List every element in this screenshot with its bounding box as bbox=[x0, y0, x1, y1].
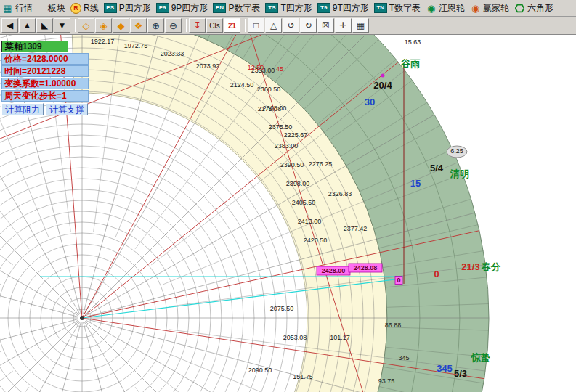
price-field[interactable]: 价格=2428.0000 bbox=[1, 53, 89, 65]
wheel-label: 2326.83 bbox=[328, 190, 352, 197]
main-toolbar: ▦行情板块RR线PSP四方形P99P四方形PNP数字表TST四方形T99T四方形… bbox=[0, 0, 576, 17]
sectors-icon bbox=[38, 4, 46, 12]
wheel-spoke bbox=[0, 320, 78, 392]
t-number-table-label: T数字表 bbox=[389, 2, 421, 15]
quotes-label: 行情 bbox=[15, 2, 33, 15]
p-square-icon: PS bbox=[104, 3, 117, 13]
wheel-label: 春分 bbox=[481, 261, 501, 272]
app-window: ▦行情板块RR线PSP四方形P99P四方形PNP数字表TST四方形T99T四方形… bbox=[0, 0, 576, 392]
price-tag-label: 2428.00 bbox=[322, 267, 346, 274]
toolbar-separator bbox=[184, 19, 187, 32]
wheel-label: 2390.50 bbox=[280, 161, 304, 168]
square-tool-button[interactable]: □ bbox=[248, 18, 264, 33]
zoom-in-button[interactable]: ⊕ bbox=[147, 18, 164, 33]
wheel-label: 2360.50 bbox=[257, 86, 281, 93]
wheel-label: 2225.67 bbox=[284, 131, 308, 139]
wheel-ring bbox=[0, 211, 189, 392]
wheel-spoke bbox=[84, 322, 285, 392]
toolbar-item-gann-wheel[interactable]: ◉江恩轮 bbox=[426, 2, 465, 15]
p-number-table-icon: PN bbox=[213, 3, 226, 13]
marquee-tool-button[interactable]: ▦ bbox=[352, 18, 369, 33]
wheel-label: 151.75 bbox=[293, 373, 313, 380]
zoom-out-button[interactable]: ⊖ bbox=[165, 18, 182, 33]
cursor-button[interactable]: ▲ bbox=[19, 18, 36, 33]
wheel-label: 101.17 bbox=[330, 334, 350, 341]
winner-wheel-icon: ◉ bbox=[470, 4, 481, 13]
t-number-table-icon: TN bbox=[374, 3, 387, 13]
step-field[interactable]: 周天变化步长=1 bbox=[1, 90, 89, 102]
sectors-label: 板块 bbox=[48, 2, 65, 15]
wheel-ring bbox=[0, 124, 276, 392]
toolbar-item-t-square[interactable]: TST四方形 bbox=[265, 2, 312, 15]
wheel-label: 2398.00 bbox=[286, 180, 310, 187]
diamond-outline-button[interactable]: ◇ bbox=[78, 18, 94, 33]
toolbar-item-p-number-table[interactable]: PNP数字表 bbox=[213, 2, 260, 15]
cls-button[interactable]: Cls bbox=[206, 18, 223, 33]
wheel-label: 93.75 bbox=[378, 377, 395, 385]
calc-support-button[interactable]: 计算支撑 bbox=[46, 103, 88, 115]
rotate-ccw-button[interactable]: ↺ bbox=[283, 18, 299, 33]
date-field[interactable]: 时间=20121228 bbox=[1, 65, 89, 77]
diamond-center-button[interactable]: ◈ bbox=[95, 18, 112, 33]
wheel-ring bbox=[0, 146, 254, 392]
toolbar-item-hexagon[interactable]: 六角形 bbox=[514, 2, 553, 15]
wheel-label: 5/4 bbox=[430, 163, 444, 173]
prev-button[interactable]: ◀ bbox=[1, 18, 18, 33]
calendar-button[interactable]: 21 bbox=[224, 18, 240, 33]
wheel-label: 2375.50 bbox=[269, 123, 293, 131]
wheel-label: 清明 bbox=[450, 168, 469, 179]
wheel-center bbox=[80, 316, 84, 320]
wheel-label: 1922.17 bbox=[91, 38, 115, 45]
wheel-label: 2124.50 bbox=[230, 81, 254, 89]
parameter-panel: 菜粕1309 价格=2428.0000 时间=20121228 变换系数=1.0… bbox=[1, 41, 89, 115]
wheel-label: 21/3 bbox=[461, 261, 479, 272]
toolbar-item-t-number-table[interactable]: TNT数字表 bbox=[374, 2, 421, 15]
toolbar-item-9p-square[interactable]: P99P四方形 bbox=[156, 2, 208, 15]
wheel-spoke bbox=[0, 115, 78, 316]
toolbar-item-p-square[interactable]: PSP四方形 bbox=[104, 2, 151, 15]
toolbar-separator bbox=[73, 19, 76, 32]
wheel-label: 2405.50 bbox=[292, 199, 316, 206]
scale-field[interactable]: 变换系数=1.00000 bbox=[1, 78, 89, 89]
wheel-label: 45 bbox=[276, 65, 283, 73]
toolbar-item-r-line[interactable]: RR线 bbox=[70, 2, 99, 15]
move-tool-button[interactable]: ✛ bbox=[335, 18, 352, 33]
wheel-ring bbox=[0, 168, 232, 392]
9t-square-icon: T9 bbox=[317, 3, 330, 13]
diamond-filled-button[interactable]: ◆ bbox=[113, 18, 129, 33]
t-square-icon: TS bbox=[265, 3, 278, 13]
wheel-label: 345 bbox=[398, 354, 409, 362]
filter-button[interactable]: ▼ bbox=[54, 18, 70, 33]
wheel-label: 2023.33 bbox=[161, 50, 184, 57]
wheel-label: 惊蛰 bbox=[471, 352, 490, 363]
toolbar-item-sectors[interactable]: 板块 bbox=[38, 2, 65, 15]
rotate-cw-button[interactable]: ↻ bbox=[300, 18, 317, 33]
wheel-spoke bbox=[0, 213, 78, 317]
r-line-icon: R bbox=[70, 3, 81, 14]
pin-button[interactable]: ↧ bbox=[189, 18, 206, 33]
wheel-label: 2276.25 bbox=[309, 160, 333, 168]
wheel-label: 15 bbox=[410, 178, 421, 189]
wheel-spoke bbox=[0, 319, 78, 392]
toolbar-item-quotes[interactable]: ▦行情 bbox=[2, 2, 33, 15]
t-square-label: T四方形 bbox=[280, 2, 312, 15]
pen-button[interactable]: ◣ bbox=[36, 18, 53, 33]
price-tag-label: 0 bbox=[397, 277, 400, 284]
wheel-label: 30 bbox=[365, 97, 375, 107]
wheel-label: 15.63 bbox=[405, 38, 421, 46]
wheel-label: 谷雨 bbox=[400, 58, 421, 69]
wheel-label: 2420.50 bbox=[304, 237, 328, 244]
triangle-tool-button[interactable]: △ bbox=[265, 18, 282, 33]
delete-box-button[interactable]: ☒ bbox=[317, 18, 334, 33]
wheel-spoke bbox=[84, 322, 187, 392]
calc-resistance-button[interactable]: 计算阻力 bbox=[1, 103, 44, 115]
calc-buttons: 计算阻力 计算支撑 bbox=[1, 103, 89, 115]
toolbar-item-winner-wheel[interactable]: ◉赢家轮 bbox=[470, 2, 509, 15]
wheel-label: 0 bbox=[434, 269, 439, 279]
diamond-multi-button[interactable]: ❖ bbox=[130, 18, 147, 33]
winner-wheel-label: 赢家轮 bbox=[483, 2, 509, 15]
wheel-label: 2053.08 bbox=[283, 334, 307, 341]
instrument-title: 菜粕1309 bbox=[1, 41, 68, 52]
toolbar-item-9t-square[interactable]: T99T四方形 bbox=[317, 2, 369, 15]
wheel-ring bbox=[0, 222, 178, 392]
